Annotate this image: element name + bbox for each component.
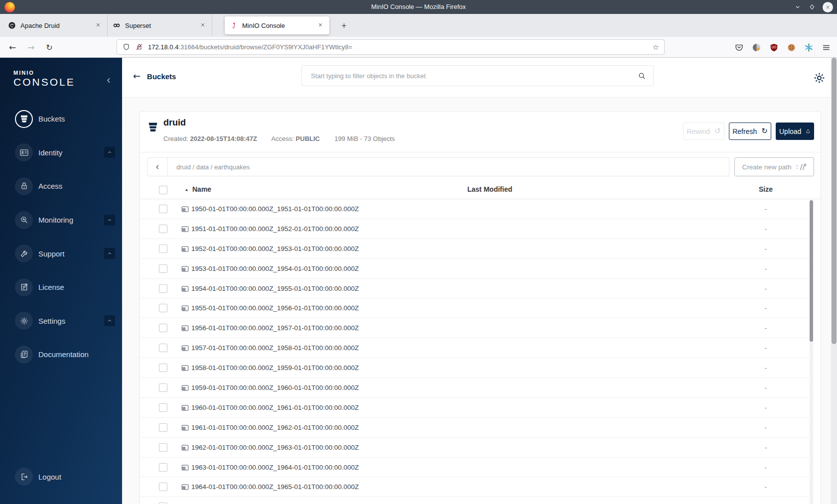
insecure-lock-icon[interactable]: [135, 43, 143, 51]
sidebar-item-support[interactable]: Support: [0, 237, 122, 270]
sidebar-item-settings[interactable]: Settings: [0, 304, 122, 338]
table-row[interactable]: 1950-01-01T00:00:00.000Z_1951-01-01T00:0…: [140, 199, 811, 219]
column-header-name[interactable]: Name: [192, 185, 211, 193]
object-name[interactable]: 1965-01-01T00:00:00.000Z_1966-01-01T00:0…: [191, 497, 359, 504]
row-checkbox[interactable]: [159, 205, 167, 213]
row-checkbox[interactable]: [159, 324, 167, 332]
sidebar-collapse-icon[interactable]: [105, 77, 114, 86]
object-name[interactable]: 1956-01-01T00:00:00.000Z_1957-01-01T00:0…: [191, 318, 359, 338]
browser-scrollbar-thumb[interactable]: [832, 58, 837, 344]
row-checkbox[interactable]: [159, 304, 167, 312]
browser-scrollbar[interactable]: [831, 58, 837, 504]
column-header-last-modified[interactable]: Last Modified: [467, 185, 512, 193]
object-name[interactable]: 1955-01-01T00:00:00.000Z_1956-01-01T00:0…: [191, 298, 359, 318]
chevron-up-icon[interactable]: [104, 248, 115, 259]
table-scrollbar[interactable]: [810, 200, 813, 504]
window-close-icon[interactable]: [823, 2, 833, 12]
rewind-button[interactable]: Rewind ↺: [683, 123, 724, 140]
row-checkbox[interactable]: [159, 463, 167, 472]
chevron-up-icon[interactable]: [104, 215, 115, 226]
table-row[interactable]: 1959-01-01T00:00:00.000Z_1960-01-01T00:0…: [140, 378, 811, 398]
create-new-path-button[interactable]: Create new path: [734, 157, 814, 176]
table-row[interactable]: 1960-01-01T00:00:00.000Z_1961-01-01T00:0…: [140, 398, 811, 418]
browser-tab-minio-console[interactable]: MinIO Console: [225, 16, 329, 34]
object-name[interactable]: 1960-01-01T00:00:00.000Z_1961-01-01T00:0…: [191, 398, 359, 418]
row-checkbox[interactable]: [159, 423, 167, 432]
browser-tab-superset[interactable]: Superset: [108, 14, 212, 37]
table-row[interactable]: 1965-01-01T00:00:00.000Z_1966-01-01T00:0…: [140, 497, 811, 504]
tab-close-icon[interactable]: [317, 22, 324, 29]
column-header-size[interactable]: Size: [751, 185, 781, 193]
object-name[interactable]: 1961-01-01T00:00:00.000Z_1962-01-01T00:0…: [191, 418, 359, 438]
browser-back-button[interactable]: [6, 41, 19, 54]
sidebar-item-documentation[interactable]: Documentation: [0, 338, 122, 372]
row-checkbox[interactable]: [159, 284, 167, 293]
row-checkbox[interactable]: [159, 264, 167, 273]
row-checkbox[interactable]: [159, 483, 167, 491]
bookmark-star-icon[interactable]: [653, 43, 659, 52]
row-checkbox[interactable]: [159, 383, 167, 392]
window-maximize-icon[interactable]: [808, 3, 816, 11]
table-row[interactable]: 1962-01-01T00:00:00.000Z_1963-01-01T00:0…: [140, 438, 811, 458]
sidebar-item-logout[interactable]: Logout: [15, 468, 61, 486]
table-row[interactable]: 1957-01-01T00:00:00.000Z_1958-01-01T00:0…: [140, 338, 811, 358]
table-row[interactable]: 1954-01-01T00:00:00.000Z_1955-01-01T00:0…: [140, 279, 811, 299]
object-name[interactable]: 1963-01-01T00:00:00.000Z_1964-01-01T00:0…: [191, 458, 359, 478]
window-minimize-icon[interactable]: [794, 3, 802, 11]
sidebar-item-monitoring[interactable]: Monitoring: [0, 203, 122, 237]
object-name[interactable]: 1958-01-01T00:00:00.000Z_1959-01-01T00:0…: [191, 358, 359, 378]
table-row[interactable]: 1952-01-01T00:00:00.000Z_1953-01-01T00:0…: [140, 239, 811, 259]
row-checkbox[interactable]: [159, 225, 167, 233]
row-checkbox[interactable]: [159, 364, 167, 372]
table-row[interactable]: 1953-01-01T00:00:00.000Z_1954-01-01T00:0…: [140, 259, 811, 279]
select-all-checkbox[interactable]: [159, 186, 167, 194]
refresh-button[interactable]: Refresh ↻: [729, 123, 771, 140]
container-extension-icon[interactable]: [804, 43, 814, 52]
object-name[interactable]: 1953-01-01T00:00:00.000Z_1954-01-01T00:0…: [191, 259, 359, 279]
object-name[interactable]: 1959-01-01T00:00:00.000Z_1960-01-01T00:0…: [191, 378, 359, 398]
row-checkbox[interactable]: [159, 344, 167, 352]
browser-reload-button[interactable]: [43, 41, 56, 54]
row-checkbox[interactable]: [159, 443, 167, 452]
table-scrollbar-thumb[interactable]: [810, 200, 813, 342]
new-tab-button[interactable]: [336, 18, 351, 33]
chevron-up-icon[interactable]: [104, 147, 115, 158]
table-row[interactable]: 1958-01-01T00:00:00.000Z_1959-01-01T00:0…: [140, 358, 811, 378]
cookie-extension-icon[interactable]: [787, 43, 796, 52]
privacy-extension-icon[interactable]: [752, 43, 761, 52]
search-input[interactable]: [304, 72, 638, 80]
tab-close-icon[interactable]: [95, 22, 102, 29]
table-row[interactable]: 1956-01-01T00:00:00.000Z_1957-01-01T00:0…: [140, 318, 811, 338]
table-row[interactable]: 1963-01-01T00:00:00.000Z_1964-01-01T00:0…: [140, 458, 811, 478]
table-row[interactable]: 1961-01-01T00:00:00.000Z_1962-01-01T00:0…: [140, 418, 811, 438]
sidebar-item-license[interactable]: License: [0, 270, 122, 304]
object-name[interactable]: 1950-01-01T00:00:00.000Z_1951-01-01T00:0…: [191, 199, 359, 219]
object-name[interactable]: 1962-01-01T00:00:00.000Z_1963-01-01T00:0…: [191, 438, 359, 458]
table-row[interactable]: 1951-01-01T00:00:00.000Z_1952-01-01T00:0…: [140, 219, 811, 239]
ublock-extension-icon[interactable]: [769, 43, 779, 52]
tracking-protection-shield-icon[interactable]: [122, 43, 131, 51]
url-bar[interactable]: 172.18.0.4:31664/buckets/druid/browse/ZG…: [117, 39, 665, 55]
chevron-up-icon[interactable]: [104, 315, 115, 326]
table-row[interactable]: 1964-01-01T00:00:00.000Z_1965-01-01T00:0…: [140, 477, 811, 497]
row-checkbox[interactable]: [159, 403, 167, 412]
sidebar-item-identity[interactable]: Identity: [0, 136, 122, 170]
object-name[interactable]: 1951-01-01T00:00:00.000Z_1952-01-01T00:0…: [191, 219, 359, 239]
console-settings-gear-icon[interactable]: [813, 71, 826, 85]
object-name[interactable]: 1964-01-01T00:00:00.000Z_1965-01-01T00:0…: [191, 477, 359, 497]
object-name[interactable]: 1957-01-01T00:00:00.000Z_1958-01-01T00:0…: [191, 338, 359, 358]
row-checkbox[interactable]: [159, 245, 167, 253]
upload-button[interactable]: Upload: [776, 123, 814, 140]
browser-forward-button[interactable]: [24, 41, 37, 54]
sort-ascending-icon[interactable]: [184, 187, 189, 193]
table-row[interactable]: 1955-01-01T00:00:00.000Z_1956-01-01T00:0…: [140, 298, 811, 318]
object-name[interactable]: 1952-01-01T00:00:00.000Z_1953-01-01T00:0…: [191, 239, 359, 259]
path-back-chevron-icon[interactable]: [148, 158, 168, 176]
object-name[interactable]: 1954-01-01T00:00:00.000Z_1955-01-01T00:0…: [191, 279, 359, 299]
pocket-icon[interactable]: [734, 43, 744, 52]
sidebar-item-access[interactable]: Access: [0, 169, 122, 203]
back-to-buckets-link[interactable]: ← Buckets: [133, 72, 176, 81]
browser-tab-apache-druid[interactable]: Apache Druid: [3, 14, 108, 37]
sidebar-item-buckets[interactable]: Buckets: [0, 102, 122, 136]
menu-hamburger-icon[interactable]: [822, 43, 831, 52]
